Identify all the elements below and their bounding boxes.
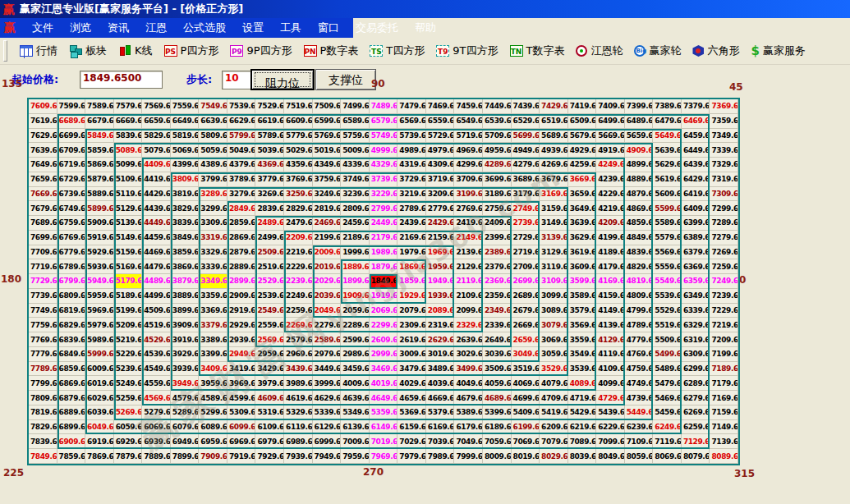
grid-cell[interactable]: 2549.65 [255,304,284,318]
grid-cell[interactable]: 7529.65 [255,99,284,114]
grid-cell[interactable]: 1949.65 [426,274,455,289]
grid-cell[interactable]: 6979.65 [255,434,284,449]
grid-cell[interactable]: 6899.65 [57,420,86,435]
grid-cell[interactable]: 6049.65 [85,420,114,435]
grid-cell[interactable]: 4509.65 [142,304,171,318]
grid-cell[interactable]: 6249.65 [653,420,682,435]
grid-cell[interactable]: 4049.65 [454,376,483,391]
grid-cell[interactable]: 2169.65 [397,231,426,245]
grid-cell[interactable]: 3829.65 [171,201,200,216]
grid-cell[interactable]: 4119.65 [596,347,625,362]
grid-cell[interactable]: 5309.65 [227,405,256,420]
grid-cell[interactable]: 5779.65 [284,129,313,144]
grid-cell[interactable]: 6029.65 [85,391,114,405]
grid-cell[interactable]: 5749.65 [370,129,398,144]
grid-cell[interactable]: 6099.65 [227,420,256,435]
grid-cell[interactable]: 5389.65 [454,405,483,420]
grid-cell[interactable]: 5679.65 [568,129,597,144]
grid-cell[interactable]: 5499.65 [653,347,682,362]
grid-cell[interactable]: 7359.65 [710,114,738,129]
grid-cell[interactable]: 7419.65 [568,99,597,114]
grid-cell[interactable]: 2089.65 [426,304,455,318]
grid-cell[interactable]: 4929.65 [568,143,597,158]
grid-cell[interactable]: 3269.65 [255,187,284,202]
grid-cell[interactable]: 7969.65 [370,449,398,464]
grid-cell[interactable]: 7339.65 [710,143,738,158]
grid-cell[interactable]: 5889.65 [85,187,114,202]
grid-cell[interactable]: 2639.65 [454,332,483,347]
grid-cell[interactable]: 3389.65 [199,332,227,347]
grid-cell[interactable]: 3169.65 [540,187,568,202]
grid-cell[interactable]: 6449.65 [682,143,710,158]
grid-cell[interactable]: 3519.65 [512,362,540,377]
grid-cell[interactable]: 2829.65 [284,201,313,216]
grid-cell[interactable]: 3699.65 [483,172,512,187]
grid-cell[interactable]: 1879.65 [370,259,398,274]
grid-cell[interactable]: 3039.65 [483,347,512,362]
grid-cell[interactable]: 3049.65 [512,347,540,362]
grid-cell[interactable]: 3129.65 [540,245,568,260]
grid-cell[interactable]: 2359.65 [483,289,512,304]
grid-cell[interactable]: 5109.65 [114,172,143,187]
grid-cell[interactable]: 2569.65 [255,332,284,347]
grid-cell[interactable]: 5969.65 [85,304,114,318]
grid-cell[interactable]: 2589.65 [313,332,342,347]
grid-cell[interactable]: 4809.65 [625,289,654,304]
grid-cell[interactable]: 3109.65 [540,274,568,289]
grid-cell[interactable]: 4019.65 [370,376,398,391]
grid-cell[interactable]: 3259.65 [284,187,313,202]
grid-cell[interactable]: 7609.65 [29,99,57,114]
grid-cell[interactable]: 3179.65 [512,187,540,202]
grid-cell[interactable]: 5979.65 [85,318,114,332]
grid-cell[interactable]: 7089.65 [568,434,597,449]
grid-cell[interactable]: 4189.65 [596,245,625,260]
grid-cell[interactable]: 2949.65 [227,347,256,362]
grid-cell[interactable]: 6399.65 [682,216,710,231]
grid-cell[interactable]: 4139.65 [596,318,625,332]
grid-cell[interactable]: 3499.65 [454,362,483,377]
grid-cell[interactable]: 7399.65 [625,99,654,114]
grid-cell[interactable]: 1999.65 [341,245,370,260]
support-button[interactable]: 支撑位 [315,69,376,90]
grid-cell[interactable]: 3209.65 [426,187,455,202]
grid-cell[interactable]: 5609.65 [653,187,682,202]
grid-cell[interactable]: 4709.65 [540,391,568,405]
grid-cell[interactable]: 2979.65 [313,347,342,362]
grid-cell[interactable]: 2939.65 [227,332,256,347]
grid-cell[interactable]: 6989.65 [284,434,313,449]
toolbar-button-P数字表[interactable]: PNP数字表 [298,42,365,60]
grid-cell[interactable]: 4899.65 [625,158,654,172]
grid-cell[interactable]: 3419.65 [227,362,256,377]
grid-cell[interactable]: 7079.65 [540,434,568,449]
grid-cell[interactable]: 2289.65 [341,318,370,332]
grid-cell[interactable]: 7329.65 [710,158,738,172]
grid-cell[interactable]: 3609.65 [568,259,597,274]
grid-cell[interactable]: 7859.65 [57,449,86,464]
grid-cell[interactable]: 7819.65 [29,405,57,420]
grid-cell[interactable]: 7189.65 [710,362,738,377]
grid-cell[interactable]: 2099.65 [454,304,483,318]
grid-cell[interactable]: 7439.65 [512,99,540,114]
grid-cell[interactable]: 3579.65 [568,304,597,318]
grid-cell[interactable]: 4979.65 [426,143,455,158]
grid-cell[interactable]: 6589.65 [341,114,370,129]
grid-cell[interactable]: 5369.65 [397,405,426,420]
grid-cell[interactable]: 5219.65 [114,332,143,347]
menu-item-江恩[interactable]: 江恩 [137,21,175,35]
grid-cell[interactable]: 5009.65 [341,143,370,158]
grid-cell[interactable]: 6309.65 [682,347,710,362]
grid-cell[interactable]: 7899.65 [171,449,200,464]
grid-cell[interactable]: 2669.65 [512,318,540,332]
toolbar-button-行情[interactable]: 行情 [14,42,63,60]
grid-cell[interactable]: 3929.65 [171,347,200,362]
grid-cell[interactable]: 4409.65 [142,158,171,172]
grid-cell[interactable]: 5789.65 [255,129,284,144]
grid-cell[interactable]: 6999.65 [313,434,342,449]
grid-cell[interactable]: 8069.65 [653,449,682,464]
grid-cell[interactable]: 4239.65 [596,172,625,187]
grid-cell[interactable]: 7989.65 [426,449,455,464]
grid-cell[interactable]: 3219.65 [397,187,426,202]
grid-cell[interactable]: 6369.65 [682,259,710,274]
grid-cell[interactable]: 2999.65 [370,347,398,362]
grid-cell[interactable]: 7009.65 [341,434,370,449]
